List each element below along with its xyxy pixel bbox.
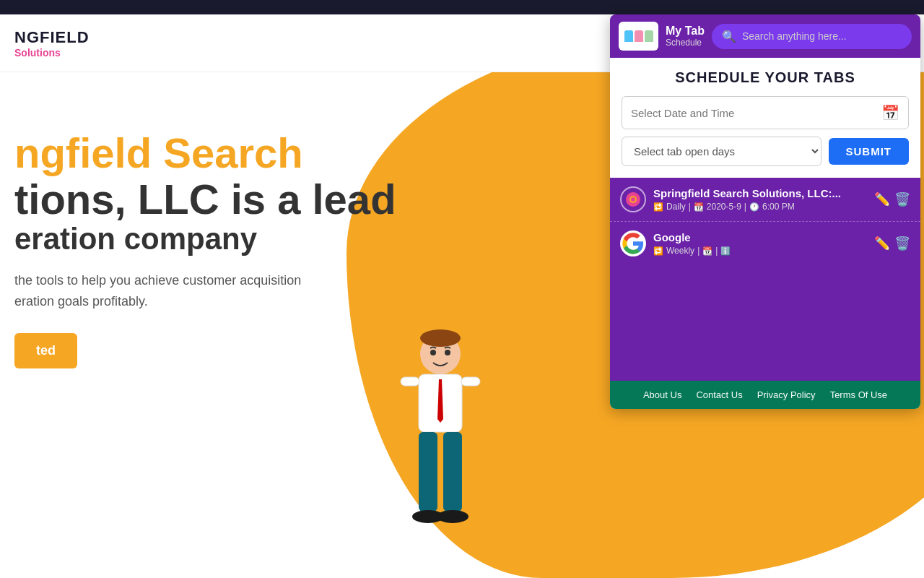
google-tab-name: Google (653, 231, 867, 243)
springfield-tab-actions: ✏️ 🗑️ (874, 191, 910, 207)
google-edit-button[interactable]: ✏️ (874, 236, 890, 251)
hero-line2: eration company (14, 223, 396, 256)
logo-tab-pink (635, 30, 643, 42)
repeat-icon-2: 🔁 (653, 246, 663, 256)
meta-sep-4: | (715, 246, 718, 256)
table-row: Springfield Search Solutions, LLC:... 🔁 … (610, 178, 920, 222)
svg-rect-5 (461, 377, 480, 386)
site-logo: NGFIELD Solutions (14, 28, 90, 59)
clock-icon-1: 🕐 (749, 202, 759, 212)
schedule-title: SCHEDULE YOUR TABS (622, 69, 909, 86)
extension-logo (619, 22, 658, 51)
meta-sep-1: | (689, 202, 691, 212)
hero-desc-2: eration goals profitably. (14, 291, 396, 312)
springfield-tab-info: Springfield Search Solutions, LLC:... 🔁 … (653, 187, 867, 212)
repeat-icon: 🔁 (653, 202, 663, 212)
table-row: Google 🔁 Weekly | 📆 | ℹ️ ✏️ 🗑️ (610, 222, 920, 265)
google-tab-meta: 🔁 Weekly | 📆 | ℹ️ (653, 246, 867, 256)
logo-tab-green (645, 30, 653, 42)
springfield-delete-button[interactable]: 🗑️ (894, 191, 910, 207)
get-started-button[interactable]: ted (14, 333, 77, 368)
hero-title: ngfield Search tions, LLC is a lead (14, 130, 396, 223)
svg-rect-4 (401, 377, 419, 386)
search-bar[interactable]: 🔍 (712, 24, 912, 49)
character-figure (397, 325, 541, 578)
calendar-icon[interactable]: 📅 (881, 104, 899, 121)
info-icon: ℹ️ (720, 246, 731, 256)
days-select[interactable]: Select tab open days Daily Weekly Monthl… (622, 137, 821, 166)
springfield-time: 6:00 PM (762, 202, 795, 212)
cal-icon-2: 📆 (702, 246, 712, 256)
footer-contact-us[interactable]: Contact Us (696, 389, 742, 400)
date-time-input[interactable] (631, 107, 881, 119)
footer-terms-of-use[interactable]: Terms Of Use (830, 389, 887, 400)
logo-tab-blue (624, 30, 633, 42)
search-icon: 🔍 (722, 30, 736, 43)
springfield-tab-name: Springfield Search Solutions, LLC:... (653, 187, 867, 199)
logo-tabs (624, 30, 653, 42)
hero-desc-1: the tools to help you achieve customer a… (14, 270, 396, 291)
meta-sep-3: | (697, 246, 699, 256)
footer-privacy-policy[interactable]: Privacy Policy (757, 389, 816, 400)
springfield-tab-meta: 🔁 Daily | 📆 2020-5-9 | 🕐 6:00 PM (653, 202, 867, 212)
meta-sep-2: | (744, 202, 746, 212)
hero-content: ngfield Search tions, LLC is a lead erat… (0, 116, 411, 383)
hero-desc: the tools to help you achieve customer a… (14, 270, 396, 312)
svg-point-10 (430, 350, 436, 355)
svg-rect-6 (419, 432, 437, 512)
submit-button[interactable]: SUBMIT (829, 138, 910, 165)
popup-header: My Tab Schedule 🔍 (610, 14, 920, 58)
springfield-icon-inner (626, 192, 640, 207)
google-tab-info: Google 🔁 Weekly | 📆 | ℹ️ (653, 231, 867, 256)
search-input[interactable] (742, 30, 902, 42)
footer-about-us[interactable]: About Us (643, 389, 681, 400)
hero-subtitle: is a lead (231, 176, 396, 223)
logo-top: NGFIELD (14, 28, 90, 47)
svg-point-9 (437, 510, 468, 523)
tabs-list: Springfield Search Solutions, LLC:... 🔁 … (610, 178, 920, 265)
google-tab-actions: ✏️ 🗑️ (874, 236, 910, 251)
google-frequency: Weekly (666, 246, 694, 256)
schedule-bottom-row: Select tab open days Daily Weekly Monthl… (622, 137, 909, 166)
date-input-wrapper[interactable]: 📅 (622, 96, 909, 129)
brand-sub: Schedule (666, 38, 705, 48)
springfield-edit-button[interactable]: ✏️ (874, 191, 890, 207)
hero-title-orange: ngfield Search (14, 129, 303, 176)
svg-rect-7 (443, 432, 462, 512)
popup-footer: About Us Contact Us Privacy Policy Terms… (610, 381, 920, 409)
popup-brand: My Tab Schedule (666, 25, 705, 48)
extension-popup: My Tab Schedule 🔍 SCHEDULE YOUR TABS 📅 S… (610, 14, 920, 409)
springfield-favicon (620, 186, 646, 212)
svg-point-11 (445, 350, 450, 355)
hero-title-black: tions, LLC (14, 176, 219, 223)
svg-point-1 (420, 329, 461, 347)
svg-point-13 (631, 197, 635, 202)
brand-name: My Tab (666, 25, 705, 38)
google-delete-button[interactable]: 🗑️ (894, 236, 910, 251)
springfield-frequency: Daily (666, 202, 686, 212)
logo-bottom: Solutions (14, 47, 90, 59)
google-favicon (620, 230, 646, 256)
cal-icon-1: 📆 (694, 202, 704, 212)
springfield-date: 2020-5-9 (707, 202, 741, 212)
tabs-empty-area (610, 265, 920, 381)
top-bar (0, 0, 924, 14)
schedule-section: SCHEDULE YOUR TABS 📅 Select tab open day… (610, 58, 920, 178)
